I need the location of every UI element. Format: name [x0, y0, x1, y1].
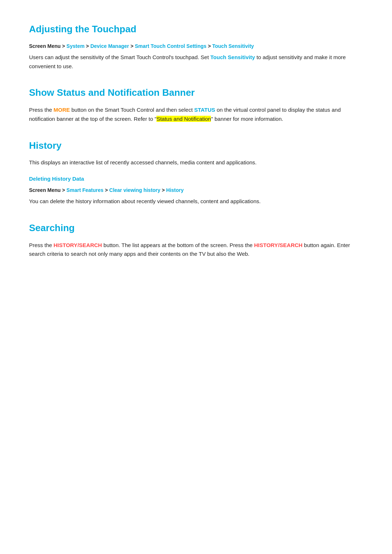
breadcrumb-sep-1: >: [62, 43, 66, 49]
breadcrumb-sep-5: >: [62, 187, 66, 193]
breadcrumb-clear-viewing-history[interactable]: Clear viewing history: [109, 187, 160, 193]
section-searching: Searching Press the HISTORY/SEARCH butto…: [29, 221, 363, 259]
breadcrumb-adjusting-touchpad: Screen Menu > System > Device Manager > …: [29, 42, 363, 50]
section-history: History This displays an interactive lis…: [29, 138, 363, 206]
inline-history-search-1: HISTORY/SEARCH: [54, 242, 102, 248]
section-adjusting-touchpad: Adjusting the Touchpad Screen Menu > Sys…: [29, 22, 363, 71]
body-searching: Press the HISTORY/SEARCH button. The lis…: [29, 241, 363, 259]
breadcrumb-history-link[interactable]: History: [166, 187, 184, 193]
breadcrumb-system[interactable]: System: [66, 43, 85, 49]
section-show-status: Show Status and Notification Banner Pres…: [29, 85, 363, 123]
breadcrumb-sep-4: >: [208, 43, 212, 49]
inline-status: STATUS: [194, 107, 215, 113]
breadcrumb-device-manager[interactable]: Device Manager: [90, 43, 129, 49]
breadcrumb-screen-menu: Screen Menu: [29, 43, 61, 49]
subsection-title-deleting-history: Deleting History Data: [29, 175, 363, 183]
breadcrumb-sep-7: >: [162, 187, 166, 193]
breadcrumb-sep-6: >: [105, 187, 109, 193]
breadcrumb-smart-features[interactable]: Smart Features: [66, 187, 103, 193]
section-title-searching: Searching: [29, 221, 363, 236]
body-deleting-history: You can delete the history information a…: [29, 197, 363, 206]
inline-more: MORE: [54, 107, 70, 113]
subsection-deleting-history: Deleting History Data Screen Menu > Smar…: [29, 175, 363, 206]
breadcrumb-sep-3: >: [130, 43, 135, 49]
breadcrumb-smart-touch-control-settings[interactable]: Smart Touch Control Settings: [135, 43, 206, 49]
body-adjusting-touchpad: Users can adjust the sensitivity of the …: [29, 53, 363, 71]
breadcrumb-deleting-history: Screen Menu > Smart Features > Clear vie…: [29, 186, 363, 194]
inline-history-search-2: HISTORY/SEARCH: [254, 242, 302, 248]
body-history: This displays an interactive list of rec…: [29, 158, 363, 167]
inline-touch-sensitivity: Touch Sensitivity: [211, 54, 255, 60]
section-title-history: History: [29, 138, 363, 153]
section-title-adjusting-touchpad: Adjusting the Touchpad: [29, 22, 363, 37]
breadcrumb-touch-sensitivity[interactable]: Touch Sensitivity: [212, 43, 254, 49]
breadcrumb-sep-2: >: [86, 43, 90, 49]
inline-status-and-notification: Status and Notification: [156, 116, 211, 122]
section-title-show-status: Show Status and Notification Banner: [29, 85, 363, 100]
body-show-status: Press the MORE button on the Smart Touch…: [29, 106, 363, 124]
breadcrumb-screen-menu-2: Screen Menu: [29, 187, 61, 193]
